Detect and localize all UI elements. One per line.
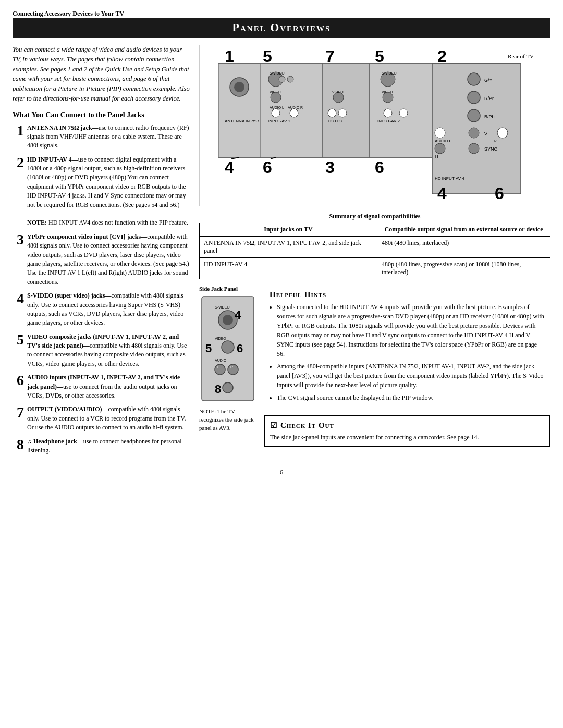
svg-point-16 [290,109,298,117]
svg-text:ANTENNA IN 75Ω: ANTENNA IN 75Ω [225,119,259,124]
item-number: 1 [13,124,24,138]
item-number: 3 [13,232,24,247]
svg-text:5: 5 [205,342,212,355]
hint-item: Signals connected to the HD INPUT-AV 4 i… [277,302,545,359]
item-text: YPbPr component video input [CVI] jacks—… [27,232,190,287]
svg-text:1: 1 [225,47,234,66]
signal-table-title: Summary of signal compatibilities [199,213,550,220]
svg-text:AUDIO: AUDIO [215,359,227,362]
svg-point-37 [468,73,480,85]
table-cell-input: HD INPUT-AV 4 [200,258,377,279]
svg-text:6: 6 [237,342,243,355]
svg-text:4: 4 [235,309,241,322]
svg-text:L: L [217,365,219,369]
list-item: 1 ANTENNA IN 75Ω jack—use to connect rad… [13,124,190,151]
col-input-header: Input jacks on TV [200,223,377,237]
table-cell-output: 480p (480 lines, progressive scan) or 10… [377,258,550,279]
svg-text:VIDEO: VIDEO [270,90,281,94]
svg-text:VIDEO: VIDEO [332,90,344,94]
item-text: AUDIO inputs (INPUT-AV 1, INPUT-AV 2, an… [27,373,190,400]
svg-text:6: 6 [263,158,272,177]
svg-text:6: 6 [375,158,384,177]
svg-text:Rear of TV: Rear of TV [508,53,534,59]
helpful-hints-box: Helpful Hints Signals connected to the H… [264,286,550,410]
svg-point-67 [223,315,233,325]
table-row: ANTENNA IN 75Ω, INPUT AV-1, INPUT AV-2, … [200,237,550,258]
svg-text:S-VIDEO: S-VIDEO [382,71,397,75]
table-row: HD INPUT-AV 4 480p (480 lines, progressi… [200,258,550,279]
svg-text:2: 2 [437,47,447,66]
list-item: 5 VIDEO composite jacks (INPUT-AV 1, INP… [13,332,190,369]
item-number: 7 [13,405,24,419]
list-item: 2 HD INPUT-AV 4—use to connect digital e… [13,155,190,228]
svg-point-30 [383,92,393,103]
side-jack-svg: S-VIDEO 4 VIDEO 5 6 AUDIO [199,294,256,403]
svg-text:AUDIO L: AUDIO L [270,106,284,109]
table-cell-input: ANTENNA IN 75Ω, INPUT AV-1, INPUT AV-2, … [200,237,377,258]
hint-item: The CVI signal source cannot be displaye… [277,393,545,402]
list-item: 7 OUTPUT (VIDEO/AUDIO)—compatible with 4… [13,405,190,432]
check-it-out-box: ☑ Check It Out The side jack-panel input… [264,415,550,447]
svg-text:INPUT-AV 2: INPUT-AV 2 [377,119,400,124]
svg-text:R/Pr: R/Pr [484,96,494,101]
page-number: 6 [13,468,550,476]
svg-point-61 [287,76,293,82]
hints-list: Signals connected to the HD INPUT-AV 4 i… [270,302,545,402]
svg-text:G/Y: G/Y [484,78,493,83]
svg-text:VIDEO: VIDEO [215,337,226,340]
svg-text:R: R [230,365,233,369]
svg-text:4: 4 [437,184,447,203]
svg-text:H: H [435,154,438,159]
svg-point-12 [271,92,281,103]
svg-text:AUDIO R: AUDIO R [288,106,303,109]
item-number: 4 [13,291,24,306]
list-item: 6 AUDIO inputs (INPUT-AV 1, INPUT-AV 2, … [13,373,190,400]
svg-point-33 [399,109,408,117]
svg-text:VIDEO: VIDEO [382,90,393,94]
svg-text:OUTPUT: OUTPUT [328,119,345,124]
item-text: VIDEO composite jacks (INPUT-AV 1, INPUT… [27,332,190,369]
svg-text:R: R [494,139,497,143]
item-text: ♬ Headphone jack—use to connect headphon… [27,437,190,455]
svg-text:3: 3 [325,158,335,177]
svg-point-74 [215,364,225,375]
side-jack-diagram: Side Jack Panel S-VIDEO 4 VIDEO 5 [199,286,256,447]
list-item: 4 S-VIDEO (super video) jacks—compatible… [13,291,190,328]
signal-table: Input jacks on TV Compatible output sign… [199,223,550,279]
panel-diagram-svg: Rear of TV ANTENNA IN 75Ω 1 INPUT-AV 1 [200,45,550,206]
svg-text:4: 4 [225,158,234,177]
svg-point-5 [234,82,244,92]
svg-text:V: V [484,131,487,137]
item-number: 5 [13,332,24,347]
svg-point-21 [333,92,344,103]
svg-text:SYNC: SYNC [484,146,498,152]
item-text: ANTENNA IN 75Ω jack—use to connect radio… [27,124,190,151]
hint-item: Among the 480i-compatible inputs (ANTENN… [277,362,545,390]
item-number: 8 [13,437,24,452]
svg-point-39 [468,91,480,104]
item-text: HD INPUT-AV 4—use to connect digital equ… [27,155,190,228]
top-header: Connecting Accessory Devices to Your TV [13,9,550,18]
svg-text:5: 5 [375,47,384,66]
item-number: 6 [13,373,24,388]
svg-text:S-VIDEO: S-VIDEO [270,71,285,75]
svg-point-60 [279,76,285,82]
list-item: 3 YPbPr component video input [CVI] jack… [13,232,190,287]
left-column: You can connect a wide range of video an… [13,45,190,460]
helpful-hints-title: Helpful Hints [270,290,545,299]
check-it-out-text: The side jack-panel inputs are convenien… [270,433,544,442]
list-item: 8 ♬ Headphone jack—use to connect headph… [13,437,190,455]
svg-text:8: 8 [215,382,221,396]
svg-point-23 [328,109,336,117]
svg-text:INPUT-AV 1: INPUT-AV 1 [268,119,291,124]
item-text: S-VIDEO (super video) jacks—compatible w… [27,291,190,328]
svg-point-79 [223,382,233,393]
svg-text:7: 7 [325,47,335,66]
right-column: Rear of TV ANTENNA IN 75Ω 1 INPUT-AV 1 [199,45,550,460]
svg-text:5: 5 [263,47,272,66]
hints-check-container: Helpful Hints Signals connected to the H… [264,286,550,447]
svg-text:HD INPUT-AV 4: HD INPUT-AV 4 [435,176,464,181]
svg-point-41 [468,109,480,122]
svg-point-49 [435,128,445,138]
page-title: Panel Overviews [13,18,550,38]
